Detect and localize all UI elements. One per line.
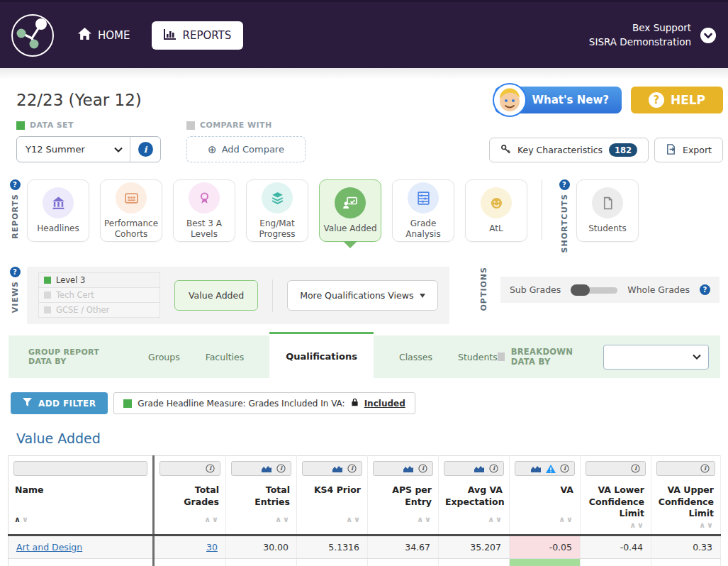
- sort-control[interactable]: ∧∨: [439, 514, 509, 528]
- measure-value-link[interactable]: Included: [364, 399, 405, 409]
- chart-icon[interactable]: [403, 464, 414, 473]
- svg-text:i: i: [564, 465, 566, 472]
- sort-control[interactable]: ∧∨: [368, 514, 438, 528]
- info-icon[interactable]: i: [206, 464, 215, 473]
- shortcut-card-students[interactable]: Students: [576, 179, 639, 242]
- sort-control[interactable]: ∧∨: [155, 514, 225, 528]
- info-icon[interactable]: i: [631, 464, 640, 473]
- shortcuts-help-icon[interactable]: ?: [559, 179, 570, 190]
- cell-avg-va-expectation: 19.408: [439, 559, 510, 566]
- sort-asc-icon: ∧: [417, 515, 425, 524]
- cell-ks4-prior: 5.1316: [297, 536, 368, 559]
- report-card-best-3-a-levels[interactable]: Best 3 A Levels: [173, 179, 235, 242]
- info-icon[interactable]: i: [347, 464, 357, 473]
- checkbox-swatch: [44, 277, 51, 284]
- breakdown-select[interactable]: [603, 345, 709, 370]
- sort-control[interactable]: ∧∨: [651, 519, 720, 534]
- tab-classes[interactable]: Classes: [399, 352, 432, 362]
- sort-control[interactable]: ∧∨: [226, 514, 296, 528]
- options-section-label: OPTIONS: [479, 267, 488, 311]
- tab-faculties[interactable]: Faculties: [206, 352, 245, 362]
- chart-icon[interactable]: [332, 464, 343, 473]
- dataset-select[interactable]: Y12 Summer i: [16, 136, 161, 162]
- abacus-icon: [408, 182, 439, 213]
- info-icon[interactable]: i: [700, 464, 710, 473]
- total-grades-link[interactable]: 30: [206, 542, 218, 553]
- report-card-atl[interactable]: AtL: [465, 179, 527, 242]
- info-icon[interactable]: i: [489, 464, 498, 473]
- cell-aps-per-entry: 30.31: [368, 559, 439, 566]
- tab-qualifications[interactable]: Qualifications: [269, 332, 374, 378]
- tab-groups[interactable]: Groups: [148, 352, 180, 362]
- user-name: Bex Support: [589, 21, 691, 35]
- info-icon[interactable]: i: [418, 464, 427, 473]
- sort-control[interactable]: ∧∨: [297, 514, 367, 528]
- user-menu-chevron-icon[interactable]: [700, 27, 717, 44]
- level-item-level-3[interactable]: Level 3: [38, 272, 160, 288]
- add-filter-button[interactable]: ADD FILTER: [11, 392, 108, 414]
- table-title: Value Added: [16, 431, 728, 446]
- add-compare-button[interactable]: ⊕ Add Compare: [186, 136, 306, 162]
- sort-control[interactable]: ∧∨: [9, 514, 152, 528]
- report-card-eng-mat-progress[interactable]: Eng/Mat Progress: [246, 179, 308, 242]
- report-card-value-added[interactable]: Value Added: [319, 179, 381, 242]
- app-logo[interactable]: [10, 13, 55, 58]
- tab-students[interactable]: Students: [458, 352, 498, 362]
- toggle-left-label: Sub Grades: [510, 284, 561, 295]
- dataset-info-button[interactable]: i: [130, 142, 160, 157]
- cell-va: -0.05: [510, 536, 581, 559]
- help-button[interactable]: ? HELP: [631, 87, 723, 113]
- svg-text:i: i: [280, 465, 283, 472]
- level-item-gcse-other[interactable]: GCSE / Other: [38, 302, 160, 318]
- help-question-icon: ?: [649, 92, 664, 108]
- more-views-label: More Qualifications Views: [300, 290, 413, 301]
- reports-section-label: REPORTS: [11, 194, 20, 239]
- chart-icon[interactable]: [261, 464, 272, 473]
- grades-toggle[interactable]: [571, 284, 617, 296]
- key-characteristics-count: 182: [609, 143, 637, 157]
- views-help-icon[interactable]: ?: [10, 267, 21, 277]
- views-section-header: ? VIEWS: [6, 267, 24, 313]
- help-label: HELP: [671, 93, 705, 107]
- document-icon: [592, 187, 623, 218]
- key-characteristics-button[interactable]: Key Characteristics 182: [489, 138, 649, 162]
- toggle-knob[interactable]: [571, 284, 590, 296]
- svg-text:i: i: [493, 465, 495, 472]
- column-header-aps-per-entry: i APS per Entry ∧∨: [368, 456, 439, 536]
- column-header-box: i: [586, 461, 646, 476]
- sort-control[interactable]: ∧∨: [581, 519, 651, 534]
- views-panel: Level 3 Tech Cert GCSE / Other Value Add…: [27, 267, 449, 324]
- report-card-headlines[interactable]: Headlines: [27, 179, 89, 242]
- nav-home[interactable]: HOME: [78, 28, 130, 43]
- sort-asc-icon: ∧: [346, 515, 354, 524]
- sort-desc-icon: ∨: [354, 515, 362, 524]
- report-card-grade-analysis[interactable]: Grade Analysis: [392, 179, 454, 242]
- column-header-va-upper: i VA Upper Confidence Limit ∧∨: [651, 456, 721, 536]
- export-button[interactable]: Export: [654, 138, 723, 162]
- level-item-tech-cert[interactable]: Tech Cert: [38, 287, 160, 303]
- nav-reports[interactable]: REPORTS: [152, 21, 244, 50]
- grades-toggle-panel: Sub Grades Whole Grades ?: [500, 277, 719, 303]
- info-icon[interactable]: i: [276, 464, 286, 473]
- column-header-box: i: [159, 461, 220, 476]
- current-view-button[interactable]: Value Added: [174, 280, 258, 311]
- chart-icon[interactable]: [474, 464, 485, 473]
- info-icon[interactable]: i: [560, 464, 569, 473]
- whats-new-label: What's New?: [532, 94, 609, 106]
- whats-new-button[interactable]: What's New?: [495, 87, 622, 113]
- more-qualifications-views-button[interactable]: More Qualifications Views: [287, 280, 438, 311]
- chart-icon[interactable]: [530, 464, 542, 473]
- options-help-icon[interactable]: ?: [700, 284, 710, 295]
- nav-reports-label: REPORTS: [183, 29, 232, 42]
- cell-avg-va-expectation: 35.207: [439, 536, 510, 559]
- divider: [272, 279, 273, 312]
- shortcut-card-label: Students: [586, 223, 629, 233]
- qualification-levels: Level 3 Tech Cert GCSE / Other: [38, 273, 160, 318]
- warning-triangle-icon[interactable]: [546, 465, 556, 473]
- reports-help-icon[interactable]: ?: [10, 179, 21, 190]
- cell-va: 1.09: [510, 559, 581, 566]
- report-card-performance-cohorts[interactable]: Performance Cohorts: [100, 179, 162, 242]
- sort-control[interactable]: ∧∨: [510, 514, 580, 528]
- qualification-link[interactable]: Art and Design: [16, 542, 82, 553]
- checkbox-swatch: [44, 306, 51, 313]
